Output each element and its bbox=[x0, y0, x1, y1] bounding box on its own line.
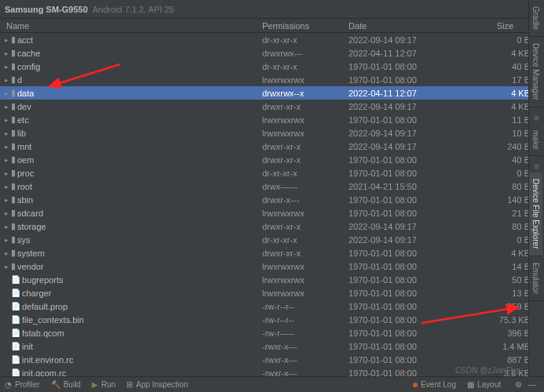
expand-icon[interactable]: ▸ bbox=[3, 249, 9, 257]
tree-row[interactable]: 📄fstab.qcom-rw-r-----1970-01-01 08:00396… bbox=[0, 326, 544, 339]
col-name[interactable]: Name bbox=[0, 21, 262, 31]
rail-devicemgr[interactable]: Device Manager bbox=[529, 37, 542, 107]
tree-row[interactable]: 📄file_contexts.bin-rw-r--r--1970-01-01 0… bbox=[0, 313, 544, 326]
perm-cell: -rw-r----- bbox=[262, 328, 349, 338]
perm-cell: -rwxr-x--- bbox=[262, 355, 349, 365]
expand-icon[interactable]: ▸ bbox=[3, 129, 9, 137]
expand-icon[interactable]: ▸ bbox=[3, 263, 9, 270]
file-name: cache bbox=[17, 49, 40, 58]
rail-make[interactable]: make bbox=[529, 124, 542, 156]
tree-row[interactable]: ▸▮sdcardlrwxrwxrwx1970-01-01 08:0021 B bbox=[0, 206, 544, 220]
tree-row[interactable]: 📄bugreportslrwxrwxrwx1970-01-01 08:0050 … bbox=[0, 273, 544, 286]
expand-icon[interactable]: ▸ bbox=[3, 49, 9, 57]
tree-row[interactable]: 📄chargerlrwxrwxrwx1970-01-01 08:0013 B bbox=[0, 286, 544, 299]
perm-cell: lrwxrwxrwx bbox=[262, 129, 349, 138]
layout-button[interactable]: ▦Layout bbox=[467, 380, 501, 389]
tree-row[interactable]: ▸▮etclrwxrwxrwx1970-01-01 08:0011 B bbox=[0, 113, 544, 126]
date-cell: 2022-09-14 09:17 bbox=[349, 142, 466, 151]
expand-icon[interactable]: ▸ bbox=[3, 63, 9, 71]
perm-cell: dr-xr-xr-x bbox=[262, 169, 349, 178]
expand-icon[interactable]: ▸ bbox=[3, 209, 9, 217]
tree-row[interactable]: 📄init-rwxr-x---1970-01-01 08:001.4 MB bbox=[0, 339, 544, 353]
expand-icon[interactable]: ▸ bbox=[3, 103, 9, 111]
expand-icon[interactable]: ▸ bbox=[3, 196, 9, 204]
tree-row[interactable]: ▸▮sbindrwxr-x---1970-01-01 08:00140 B bbox=[0, 193, 544, 206]
date-cell: 1970-01-01 08:00 bbox=[349, 342, 466, 351]
file-name: sbin bbox=[17, 195, 33, 205]
file-name: proc bbox=[17, 169, 34, 178]
folder-icon: ▮ bbox=[11, 154, 16, 165]
tree-row[interactable]: 📄default.prop-rw-r--r--1970-01-01 08:009… bbox=[0, 299, 544, 313]
expand-icon[interactable]: ▸ bbox=[3, 223, 9, 230]
date-cell: 1970-01-01 08:00 bbox=[349, 275, 466, 285]
inspect-icon: ⊞ bbox=[126, 380, 133, 389]
run-button[interactable]: ▶Run bbox=[92, 380, 115, 389]
perm-cell: drwx------ bbox=[262, 182, 349, 191]
event-dot-icon bbox=[413, 383, 418, 387]
date-cell: 1970-01-01 08:00 bbox=[349, 328, 466, 338]
profiler-button[interactable]: ◔Profiler bbox=[5, 380, 40, 389]
expand-icon[interactable]: ▸ bbox=[3, 116, 9, 124]
hide-icon[interactable]: — bbox=[528, 380, 536, 389]
tree-row[interactable]: ▸▮procdr-xr-xr-x1970-01-01 08:000 B bbox=[0, 166, 544, 180]
tree-row[interactable]: ▸▮systemdrwxr-xr-x1970-01-01 08:004 KB bbox=[0, 246, 544, 260]
perm-cell: lrwxrwxrwx bbox=[262, 209, 349, 218]
rail-emulator[interactable]: Emulator bbox=[529, 256, 542, 301]
inspect-button[interactable]: ⊞App Inspection bbox=[126, 380, 188, 389]
tree-row[interactable]: ▸▮mntdrwxr-xr-x2022-09-14 09:17240 B bbox=[0, 140, 544, 153]
folder-icon: ▮ bbox=[11, 221, 16, 231]
col-perm[interactable]: Permissions bbox=[262, 21, 349, 31]
eventlog-button[interactable]: Event Log bbox=[413, 380, 456, 389]
build-button[interactable]: 🔨Build bbox=[51, 380, 81, 389]
perm-cell: dr-xr-xr-x bbox=[262, 62, 349, 71]
date-cell: 1970-01-01 08:00 bbox=[349, 209, 466, 218]
file-name: init bbox=[22, 342, 33, 351]
folder-icon: ▮ bbox=[11, 208, 16, 218]
device-sub: Android 7.1.2, API 25 bbox=[93, 5, 174, 14]
date-cell: 1970-01-01 08:00 bbox=[349, 355, 466, 365]
folder-icon: ▮ bbox=[11, 181, 16, 191]
tree-row[interactable]: 📄init.environ.rc-rwxr-x---1970-01-01 08:… bbox=[0, 353, 544, 366]
folder-icon: ▮ bbox=[11, 48, 16, 58]
expand-icon[interactable]: ▸ bbox=[3, 236, 9, 244]
date-cell: 1970-01-01 08:00 bbox=[349, 368, 466, 377]
expand-icon[interactable]: ▸ bbox=[3, 89, 9, 97]
rail-gradle[interactable]: Gradle bbox=[529, 0, 542, 37]
tree-row[interactable]: ▸▮liblrwxrwxrwx2022-09-14 09:1710 B bbox=[0, 126, 544, 140]
perm-cell: dr-xr-xr-x bbox=[262, 35, 349, 45]
expand-icon[interactable]: ▸ bbox=[3, 76, 9, 84]
file-icon: 📄 bbox=[11, 342, 20, 350]
tree-row[interactable]: ▸▮vendorlrwxrwxrwx1970-01-01 08:0014 B bbox=[0, 260, 544, 273]
expand-icon[interactable]: ▸ bbox=[3, 169, 9, 177]
file-name: fstab.qcom bbox=[22, 328, 64, 338]
file-tree[interactable]: ▸▮acctdr-xr-xr-x2022-09-14 09:170 B▸▮cac… bbox=[0, 33, 544, 376]
date-cell: 1970-01-01 08:00 bbox=[349, 115, 466, 125]
tree-row[interactable]: ▸▮cachedrwxrwx---2022-04-11 12:074 KB bbox=[0, 46, 544, 60]
tree-row[interactable]: ▸▮configdr-xr-xr-x1970-01-01 08:0040 B bbox=[0, 60, 544, 73]
folder-icon: ▮ bbox=[11, 114, 16, 125]
date-cell: 2022-09-14 09:17 bbox=[349, 222, 466, 231]
tree-row[interactable]: ▸▮datadrwxrwx--x2022-04-11 12:074 KB bbox=[0, 86, 544, 100]
watermark: CSDN @zJianFlys bbox=[455, 366, 520, 375]
tree-row[interactable]: ▸▮oemdrwxr-xr-x1970-01-01 08:0040 B bbox=[0, 153, 544, 166]
file-name: oem bbox=[17, 155, 34, 165]
device-header: Samsung SM-G9550 Android 7.1.2, API 25 ▾ bbox=[0, 0, 544, 19]
tree-row[interactable]: ▸▮sysdr-xr-xr-x2022-09-14 09:170 B bbox=[0, 233, 544, 246]
file-name: sys bbox=[17, 235, 31, 245]
expand-icon[interactable]: ▸ bbox=[3, 36, 9, 44]
perm-cell: drwxr-xr-x bbox=[262, 102, 349, 111]
rail-devfile[interactable]: Device File Explorer bbox=[529, 172, 542, 256]
expand-icon[interactable]: ▸ bbox=[3, 156, 9, 164]
gear-icon[interactable]: ⚙ bbox=[515, 380, 522, 389]
tree-row[interactable]: ▸▮storagedrwxr-xr-x2022-09-14 09:1780 B bbox=[0, 220, 544, 233]
expand-icon[interactable]: ▸ bbox=[3, 183, 9, 191]
col-date[interactable]: Date bbox=[349, 21, 466, 31]
folder-icon: ▮ bbox=[11, 101, 16, 111]
tree-row[interactable]: ▸▮dlrwxrwxrwx1970-01-01 08:0017 B bbox=[0, 73, 544, 86]
folder-icon: ▮ bbox=[11, 261, 16, 271]
tree-row[interactable]: ▸▮devdrwxr-xr-x2022-09-14 09:174 KB bbox=[0, 100, 544, 113]
tree-row[interactable]: ▸▮acctdr-xr-xr-x2022-09-14 09:170 B bbox=[0, 33, 544, 46]
expand-icon[interactable]: ▸ bbox=[3, 143, 9, 151]
date-cell: 1970-01-01 08:00 bbox=[349, 302, 466, 311]
tree-row[interactable]: ▸▮rootdrwx------2021-04-21 15:5080 B bbox=[0, 180, 544, 193]
